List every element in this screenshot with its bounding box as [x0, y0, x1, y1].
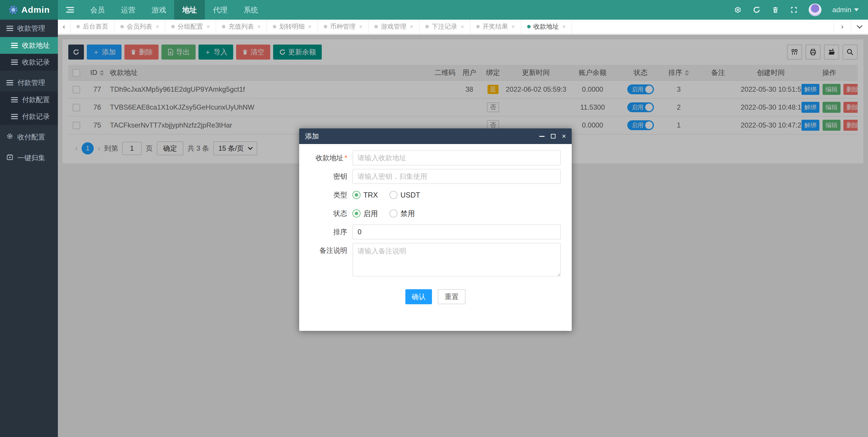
tabs-scroll-right-button[interactable]: › — [833, 20, 850, 34]
topnav-item-system[interactable]: 系统 — [236, 0, 266, 20]
address-field[interactable] — [352, 150, 561, 165]
radio-selected-icon — [352, 191, 361, 199]
topnav-item-member[interactable]: 会员 — [82, 0, 113, 20]
gem-icon[interactable] — [734, 6, 742, 13]
tab-close-icon[interactable]: × — [512, 24, 515, 30]
tab-close-icon[interactable]: × — [359, 24, 363, 30]
sidebar-item-one-key-collect[interactable]: 一键归集 — [0, 149, 58, 166]
tab-label: 开奖结果 — [483, 22, 508, 31]
tab-recharge-list[interactable]: 充值列表 × — [216, 20, 267, 34]
note-field[interactable] — [352, 243, 561, 277]
fullscreen-icon[interactable] — [790, 6, 798, 13]
tab-home[interactable]: 后台首页 — [71, 20, 115, 34]
tab-label: 划转明细 — [279, 22, 305, 31]
form-row-address: 收款地址* — [306, 150, 565, 165]
tab-label: 游戏管理 — [381, 22, 406, 31]
tabs-scroll-left-button[interactable]: ‹ — [58, 20, 71, 34]
sidebar-item-label: 收款地址 — [22, 41, 50, 50]
type-radio-trx[interactable]: TRX — [352, 191, 378, 199]
tab-label: 下注记录 — [432, 22, 457, 31]
sidebar-item-receive-records[interactable]: 收款记录 — [0, 54, 58, 70]
tab-dot-icon — [527, 25, 531, 28]
note-label: 备注说明 — [306, 243, 352, 258]
tab-currency-mgmt[interactable]: 币种管理 × — [318, 20, 369, 34]
form-row-note: 备注说明 — [306, 243, 565, 277]
tab-label: 收款地址 — [533, 22, 559, 31]
list-icon — [11, 43, 18, 48]
tab-close-icon[interactable]: × — [308, 24, 312, 30]
dialog-titlebar[interactable]: 添加 × — [299, 128, 572, 144]
list-icon — [6, 26, 13, 31]
minimize-icon[interactable] — [539, 136, 545, 137]
tab-member-list[interactable]: 会员列表 × — [115, 20, 165, 34]
trash-icon[interactable] — [772, 6, 779, 13]
username: admin — [832, 6, 851, 14]
tab-group-config[interactable]: 分组配置 × — [165, 20, 216, 34]
list-icon — [11, 114, 18, 119]
reset-button[interactable]: 重置 — [438, 289, 466, 304]
tab-bar: ‹ 后台首页 会员列表 × 分组配置 × 充值列表 × 划转明细 × 币种管理 — [58, 20, 868, 34]
list-icon — [6, 80, 13, 85]
tabs-menu-button[interactable] — [850, 20, 868, 34]
topnav-item-game[interactable]: 游戏 — [144, 0, 174, 20]
tab-game-mgmt[interactable]: 游戏管理 × — [369, 20, 420, 34]
sort-field[interactable] — [352, 224, 561, 240]
tab-close-icon[interactable]: × — [410, 24, 413, 30]
topnav-item-operation[interactable]: 运营 — [113, 0, 144, 20]
radio-unselected-icon — [390, 191, 398, 199]
status-radio-disabled[interactable]: 禁用 — [390, 209, 415, 218]
sidebar-item-pay-config[interactable]: 收付配置 — [0, 128, 58, 146]
user-menu[interactable]: admin — [832, 6, 859, 14]
top-header: Admin 会员 运营 游戏 地址 代理 系统 — [0, 0, 868, 20]
dialog-buttons: 确认 重置 — [306, 289, 565, 304]
sidebar-item-payment-records[interactable]: 付款记录 — [0, 108, 58, 125]
sidebar-item-label: 付款配置 — [22, 95, 50, 104]
tab-dot-icon — [273, 25, 276, 28]
sidebar-item-receive-address[interactable]: 收款地址 — [0, 37, 58, 54]
status-radio-enabled[interactable]: 启用 — [352, 209, 378, 218]
brand-gear-icon — [8, 5, 19, 15]
sidebar-group-receive-mgmt[interactable]: 收款管理 — [0, 20, 58, 37]
tab-close-icon[interactable]: × — [562, 24, 566, 30]
secret-field[interactable] — [352, 169, 561, 184]
topnav-item-address[interactable]: 地址 — [174, 0, 205, 20]
tab-receive-address[interactable]: 收款地址 × — [521, 20, 572, 34]
user-avatar[interactable] — [809, 3, 822, 16]
tab-dot-icon — [476, 25, 480, 28]
tab-transfer-detail[interactable]: 划转明细 × — [267, 20, 318, 34]
tab-bet-records[interactable]: 下注记录 × — [420, 20, 470, 34]
status-radio-group: 启用 禁用 — [352, 206, 427, 221]
tab-close-icon[interactable]: × — [156, 24, 159, 30]
refresh-icon[interactable] — [752, 6, 761, 14]
type-radio-usdt[interactable]: USDT — [390, 191, 420, 199]
tab-close-icon[interactable]: × — [461, 24, 464, 30]
topnav-item-agent[interactable]: 代理 — [205, 0, 236, 20]
tab-close-icon[interactable]: × — [207, 24, 210, 30]
sidebar-item-label: 收款记录 — [22, 58, 50, 67]
list-icon — [11, 97, 18, 102]
sidebar-group-payment-mgmt[interactable]: 付款管理 — [0, 74, 58, 91]
tab-lottery-results[interactable]: 开奖结果 × — [470, 20, 521, 34]
brand-logo[interactable]: Admin — [0, 0, 58, 20]
close-icon[interactable]: × — [562, 133, 566, 140]
radio-selected-icon — [352, 209, 361, 217]
tab-close-icon[interactable]: × — [257, 24, 261, 30]
type-radio-group: TRX USDT — [352, 187, 432, 202]
tab-dot-icon — [374, 25, 378, 28]
sort-label: 排序 — [306, 224, 352, 240]
status-label: 状态 — [306, 206, 352, 221]
top-nav: 会员 运营 游戏 地址 代理 系统 — [58, 0, 266, 20]
sidebar-item-payment-config[interactable]: 付款配置 — [0, 91, 58, 108]
menu-collapse-button[interactable] — [58, 0, 82, 20]
confirm-button[interactable]: 确认 — [405, 289, 432, 304]
secret-label: 密钥 — [306, 169, 352, 184]
maximize-icon[interactable] — [551, 134, 556, 138]
tab-dot-icon — [324, 25, 327, 28]
required-asterisk: * — [345, 154, 347, 162]
brand-title: Admin — [22, 5, 50, 15]
address-label: 收款地址* — [306, 150, 352, 165]
caret-down-icon — [854, 8, 859, 11]
sidebar-item-label: 付款记录 — [22, 112, 50, 121]
hamburger-icon — [66, 7, 74, 13]
list-icon — [11, 60, 18, 65]
